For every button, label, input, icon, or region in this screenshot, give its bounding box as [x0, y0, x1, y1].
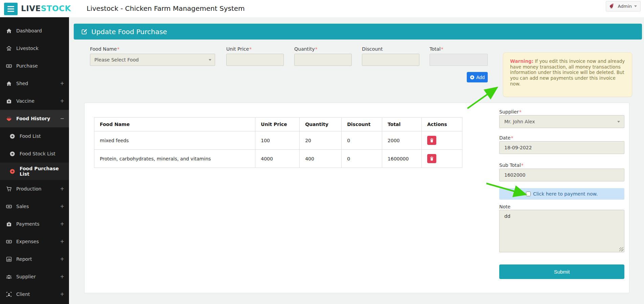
- quantity-label: Quantity*: [294, 46, 318, 52]
- sidebar-item-payments[interactable]: Payments +: [0, 215, 69, 233]
- sidebar-item-food-purchase-list[interactable]: Food Purchase List: [0, 162, 69, 180]
- top-header: LIVESTOCK Livestock - Chicken Farm Manag…: [0, 0, 644, 17]
- cell-discount: 0: [342, 150, 382, 168]
- edit-icon: [81, 28, 88, 35]
- subtotal-input[interactable]: 1602000: [499, 169, 624, 181]
- quantity-input[interactable]: [294, 54, 352, 66]
- col-header-actions: Actions: [422, 118, 462, 131]
- sidebar-item-label: Purchase: [16, 63, 38, 69]
- hamburger-menu-button[interactable]: [4, 3, 18, 15]
- arrow-circle-icon: [9, 169, 15, 174]
- date-input[interactable]: 18-09-2022: [499, 141, 624, 154]
- page-title-bar: Update Food Purchase: [74, 24, 642, 40]
- expand-plus-icon[interactable]: +: [60, 256, 64, 262]
- expand-plus-icon[interactable]: +: [60, 186, 64, 192]
- warning-title: Warning:: [510, 58, 533, 64]
- note-label: Note: [499, 204, 510, 209]
- unit-price-label: Unit Price*: [226, 46, 252, 52]
- sidebar-item-production[interactable]: Production +: [0, 180, 69, 198]
- cell-unit-price: 4000: [255, 150, 300, 168]
- logo-text-live: LIVE: [21, 4, 41, 13]
- cell-total: 1600000: [382, 150, 422, 168]
- purchase-panel: Food Name Unit Price Quantity Discount T…: [84, 103, 629, 293]
- expand-plus-icon[interactable]: +: [60, 274, 64, 280]
- required-asterisk: *: [117, 46, 119, 52]
- sidebar-item-food-list[interactable]: Food List: [0, 127, 69, 145]
- cell-quantity: 400: [300, 150, 342, 168]
- unit-price-input[interactable]: [226, 54, 284, 66]
- add-button[interactable]: Add: [467, 72, 488, 82]
- expand-plus-icon[interactable]: +: [60, 98, 64, 104]
- food-name-label: Food Name*: [90, 46, 119, 52]
- col-header-total: Total: [382, 118, 422, 131]
- sidebar-item-label: Dashboard: [16, 28, 42, 33]
- sidebar-item-expenses[interactable]: Expenses +: [0, 233, 69, 250]
- sidebar-nav: Dashboard Livestock Purchase Shed + Vacc…: [0, 17, 69, 304]
- cell-food-name: mixed feeds: [94, 131, 255, 150]
- brand-logo[interactable]: LIVESTOCK: [21, 0, 71, 17]
- payment-now-checkbox[interactable]: [526, 192, 531, 196]
- cell-quantity: 20: [300, 131, 342, 150]
- main-content: Update Food Purchase Food Name* Unit Pri…: [69, 17, 644, 304]
- table-row: mixed feeds 100 20 0 2000: [94, 131, 462, 150]
- sidebar-item-label: Vaccine: [16, 98, 34, 104]
- page-title: Update Food Purchase: [91, 28, 167, 36]
- plus-circle-icon: [470, 75, 475, 80]
- bar-chart-icon: [6, 256, 12, 262]
- trash-icon: [429, 138, 434, 143]
- sidebar-item-sales[interactable]: Sales +: [0, 198, 69, 215]
- expand-plus-icon[interactable]: +: [60, 80, 64, 86]
- sidebar-item-label: Expenses: [16, 239, 39, 244]
- medkit-icon: [6, 98, 12, 104]
- trash-icon: [429, 156, 434, 161]
- sidebar-item-label: Food Purchase List: [20, 166, 63, 177]
- total-input[interactable]: [430, 54, 488, 66]
- admin-menu-button[interactable]: Admin: [606, 1, 641, 11]
- sidebar-item-client[interactable]: Client +: [0, 285, 69, 303]
- sidebar-item-label: Payments: [16, 221, 40, 227]
- users-icon: [6, 274, 12, 280]
- required-asterisk: *: [521, 162, 524, 168]
- cell-total: 2000: [382, 131, 422, 150]
- required-asterisk: *: [441, 46, 443, 52]
- sidebar-item-vaccine[interactable]: Vaccine +: [0, 92, 69, 110]
- sidebar-item-label: Food List: [20, 133, 41, 139]
- sidebar-item-food-history[interactable]: Food History −: [0, 110, 69, 127]
- delete-row-button[interactable]: [427, 136, 436, 145]
- expand-plus-icon[interactable]: +: [60, 221, 64, 227]
- sidebar-item-shed[interactable]: Shed +: [0, 75, 69, 92]
- sidebar-item-label: Livestock: [16, 46, 39, 51]
- expand-plus-icon[interactable]: +: [60, 291, 64, 297]
- col-header-discount: Discount: [342, 118, 382, 131]
- expand-plus-icon[interactable]: +: [60, 203, 64, 209]
- sidebar-item-food-stock-list[interactable]: Food Stock List: [0, 145, 69, 162]
- sidebar-item-report[interactable]: Report +: [0, 250, 69, 268]
- sidebar-item-supplier[interactable]: Supplier +: [0, 268, 69, 285]
- discount-label: Discount: [362, 46, 383, 52]
- col-header-food-name: Food Name: [94, 118, 255, 131]
- cart-icon: [6, 186, 12, 192]
- arrow-circle-icon: [9, 151, 15, 157]
- supplier-select[interactable]: Mr. John Alex: [499, 115, 624, 128]
- food-name-select[interactable]: Please Select Food: [90, 54, 215, 66]
- sidebar-item-purchase[interactable]: Purchase: [0, 57, 69, 75]
- expand-plus-icon[interactable]: +: [60, 238, 64, 245]
- note-textarea[interactable]: dd: [499, 210, 624, 252]
- sidebar-item-livestock[interactable]: Livestock: [0, 40, 69, 57]
- discount-input[interactable]: [362, 54, 419, 66]
- delete-row-button[interactable]: [427, 154, 436, 163]
- required-asterisk: *: [511, 135, 513, 141]
- subtotal-label: Sub Total*: [499, 162, 524, 168]
- payment-now-label: Click here to payment now.: [533, 191, 598, 197]
- payment-now-row[interactable]: Click here to payment now.: [499, 188, 624, 200]
- banknote-icon: [6, 204, 12, 209]
- chevron-down-icon: [617, 121, 620, 123]
- collapse-minus-icon[interactable]: −: [60, 116, 64, 122]
- sidebar-item-dashboard[interactable]: Dashboard: [0, 22, 69, 40]
- warning-alert: Warning: If you edit this invoice now an…: [503, 52, 632, 97]
- app-title: Livestock - Chicken Farm Management Syst…: [87, 0, 245, 17]
- submit-button[interactable]: Submit: [499, 264, 624, 279]
- sidebar-item-label: Production: [16, 186, 41, 192]
- admin-label: Admin: [618, 4, 632, 9]
- banknote-icon: [6, 63, 12, 69]
